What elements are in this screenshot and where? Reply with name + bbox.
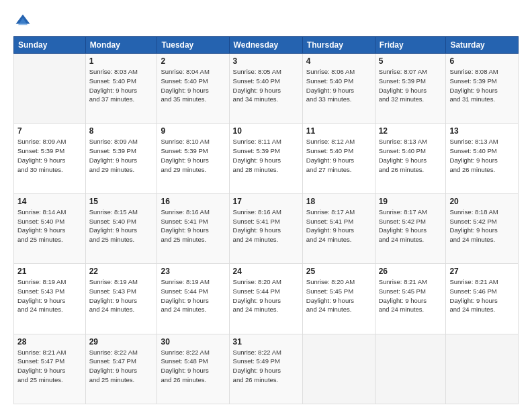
calendar-cell: 13Sunrise: 8:13 AM Sunset: 5:40 PM Dayli… <box>446 124 519 193</box>
calendar-cell <box>375 334 446 404</box>
day-info: Sunrise: 8:05 AM Sunset: 5:40 PM Dayligh… <box>233 67 299 104</box>
day-number: 28 <box>17 337 82 347</box>
calendar-cell <box>302 334 375 404</box>
weekday-header-monday: Monday <box>85 37 157 54</box>
calendar-cell: 27Sunrise: 8:21 AM Sunset: 5:46 PM Dayli… <box>446 264 519 334</box>
day-info: Sunrise: 8:13 AM Sunset: 5:40 PM Dayligh… <box>379 137 443 174</box>
calendar-cell: 3Sunrise: 8:05 AM Sunset: 5:40 PM Daylig… <box>229 54 302 124</box>
week-row-2: 7Sunrise: 8:09 AM Sunset: 5:39 PM Daylig… <box>14 124 519 193</box>
weekday-header-thursday: Thursday <box>302 37 375 54</box>
header <box>13 12 519 31</box>
day-info: Sunrise: 8:21 AM Sunset: 5:45 PM Dayligh… <box>379 277 443 314</box>
weekday-header-saturday: Saturday <box>446 37 519 54</box>
day-number: 2 <box>161 56 225 66</box>
calendar-cell: 20Sunrise: 8:18 AM Sunset: 5:42 PM Dayli… <box>446 193 519 263</box>
calendar-cell: 29Sunrise: 8:22 AM Sunset: 5:47 PM Dayli… <box>85 334 157 404</box>
calendar-cell: 2Sunrise: 8:04 AM Sunset: 5:40 PM Daylig… <box>157 54 229 124</box>
page: SundayMondayTuesdayWednesdayThursdayFrid… <box>0 0 532 411</box>
day-info: Sunrise: 8:09 AM Sunset: 5:39 PM Dayligh… <box>17 137 82 174</box>
day-info: Sunrise: 8:20 AM Sunset: 5:44 PM Dayligh… <box>233 277 299 314</box>
calendar-cell: 25Sunrise: 8:20 AM Sunset: 5:45 PM Dayli… <box>302 264 375 334</box>
calendar-cell: 8Sunrise: 8:09 AM Sunset: 5:39 PM Daylig… <box>85 124 157 193</box>
day-number: 21 <box>17 267 82 276</box>
day-info: Sunrise: 8:03 AM Sunset: 5:40 PM Dayligh… <box>89 67 154 104</box>
day-number: 17 <box>233 197 299 206</box>
day-info: Sunrise: 8:17 AM Sunset: 5:41 PM Dayligh… <box>306 208 371 244</box>
calendar-cell <box>446 334 519 404</box>
calendar-cell: 7Sunrise: 8:09 AM Sunset: 5:39 PM Daylig… <box>14 124 86 193</box>
weekday-header-tuesday: Tuesday <box>157 37 229 54</box>
day-number: 23 <box>161 267 225 276</box>
weekday-header-friday: Friday <box>375 37 446 54</box>
day-number: 12 <box>379 126 443 136</box>
day-number: 11 <box>306 126 371 136</box>
day-info: Sunrise: 8:22 AM Sunset: 5:47 PM Dayligh… <box>89 348 154 385</box>
day-info: Sunrise: 8:17 AM Sunset: 5:42 PM Dayligh… <box>379 208 443 244</box>
week-row-4: 21Sunrise: 8:19 AM Sunset: 5:43 PM Dayli… <box>14 264 519 334</box>
calendar-cell: 23Sunrise: 8:19 AM Sunset: 5:44 PM Dayli… <box>157 264 229 334</box>
day-info: Sunrise: 8:07 AM Sunset: 5:39 PM Dayligh… <box>379 67 443 104</box>
calendar-cell: 10Sunrise: 8:11 AM Sunset: 5:39 PM Dayli… <box>229 124 302 193</box>
day-info: Sunrise: 8:22 AM Sunset: 5:49 PM Dayligh… <box>233 348 299 385</box>
calendar-cell: 26Sunrise: 8:21 AM Sunset: 5:45 PM Dayli… <box>375 264 446 334</box>
day-info: Sunrise: 8:16 AM Sunset: 5:41 PM Dayligh… <box>233 208 299 244</box>
day-number: 30 <box>161 337 225 347</box>
calendar-cell: 4Sunrise: 8:06 AM Sunset: 5:40 PM Daylig… <box>302 54 375 124</box>
day-number: 24 <box>233 267 299 276</box>
day-number: 7 <box>17 126 82 136</box>
day-info: Sunrise: 8:11 AM Sunset: 5:39 PM Dayligh… <box>233 137 299 174</box>
calendar-cell: 11Sunrise: 8:12 AM Sunset: 5:40 PM Dayli… <box>302 124 375 193</box>
day-info: Sunrise: 8:06 AM Sunset: 5:40 PM Dayligh… <box>306 67 371 104</box>
week-row-1: 1Sunrise: 8:03 AM Sunset: 5:40 PM Daylig… <box>14 54 519 124</box>
calendar-cell: 1Sunrise: 8:03 AM Sunset: 5:40 PM Daylig… <box>85 54 157 124</box>
day-info: Sunrise: 8:12 AM Sunset: 5:40 PM Dayligh… <box>306 137 371 174</box>
day-info: Sunrise: 8:21 AM Sunset: 5:47 PM Dayligh… <box>17 348 82 385</box>
day-number: 5 <box>379 56 443 66</box>
day-number: 27 <box>449 267 515 276</box>
logo <box>13 12 35 31</box>
day-info: Sunrise: 8:08 AM Sunset: 5:39 PM Dayligh… <box>449 67 515 104</box>
day-number: 6 <box>449 56 515 66</box>
day-info: Sunrise: 8:16 AM Sunset: 5:41 PM Dayligh… <box>161 208 225 244</box>
day-number: 29 <box>89 337 154 347</box>
day-number: 4 <box>306 56 371 66</box>
day-info: Sunrise: 8:10 AM Sunset: 5:39 PM Dayligh… <box>161 137 225 174</box>
day-info: Sunrise: 8:19 AM Sunset: 5:43 PM Dayligh… <box>17 277 82 314</box>
day-info: Sunrise: 8:21 AM Sunset: 5:46 PM Dayligh… <box>449 277 515 314</box>
calendar-cell: 19Sunrise: 8:17 AM Sunset: 5:42 PM Dayli… <box>375 193 446 263</box>
day-info: Sunrise: 8:20 AM Sunset: 5:45 PM Dayligh… <box>306 277 371 314</box>
logo-icon <box>13 12 32 31</box>
day-info: Sunrise: 8:13 AM Sunset: 5:40 PM Dayligh… <box>449 137 515 174</box>
day-info: Sunrise: 8:09 AM Sunset: 5:39 PM Dayligh… <box>89 137 154 174</box>
calendar-cell: 6Sunrise: 8:08 AM Sunset: 5:39 PM Daylig… <box>446 54 519 124</box>
calendar-cell: 15Sunrise: 8:15 AM Sunset: 5:40 PM Dayli… <box>85 193 157 263</box>
weekday-header-row: SundayMondayTuesdayWednesdayThursdayFrid… <box>14 37 519 54</box>
day-number: 13 <box>449 126 515 136</box>
day-info: Sunrise: 8:19 AM Sunset: 5:44 PM Dayligh… <box>161 277 225 314</box>
day-number: 3 <box>233 56 299 66</box>
day-number: 20 <box>449 197 515 206</box>
calendar: SundayMondayTuesdayWednesdayThursdayFrid… <box>13 36 519 404</box>
calendar-cell: 18Sunrise: 8:17 AM Sunset: 5:41 PM Dayli… <box>302 193 375 263</box>
day-number: 14 <box>17 197 82 206</box>
calendar-cell: 5Sunrise: 8:07 AM Sunset: 5:39 PM Daylig… <box>375 54 446 124</box>
calendar-cell: 22Sunrise: 8:19 AM Sunset: 5:43 PM Dayli… <box>85 264 157 334</box>
day-number: 16 <box>161 197 225 206</box>
day-info: Sunrise: 8:19 AM Sunset: 5:43 PM Dayligh… <box>89 277 154 314</box>
day-number: 25 <box>306 267 371 276</box>
day-info: Sunrise: 8:15 AM Sunset: 5:40 PM Dayligh… <box>89 208 154 244</box>
calendar-cell: 28Sunrise: 8:21 AM Sunset: 5:47 PM Dayli… <box>14 334 86 404</box>
weekday-header-wednesday: Wednesday <box>229 37 302 54</box>
week-row-5: 28Sunrise: 8:21 AM Sunset: 5:47 PM Dayli… <box>14 334 519 404</box>
calendar-cell: 14Sunrise: 8:14 AM Sunset: 5:40 PM Dayli… <box>14 193 86 263</box>
day-number: 8 <box>89 126 154 136</box>
day-number: 18 <box>306 197 371 206</box>
day-number: 9 <box>161 126 225 136</box>
calendar-cell <box>14 54 86 124</box>
week-row-3: 14Sunrise: 8:14 AM Sunset: 5:40 PM Dayli… <box>14 193 519 263</box>
calendar-cell: 30Sunrise: 8:22 AM Sunset: 5:48 PM Dayli… <box>157 334 229 404</box>
calendar-cell: 17Sunrise: 8:16 AM Sunset: 5:41 PM Dayli… <box>229 193 302 263</box>
calendar-cell: 16Sunrise: 8:16 AM Sunset: 5:41 PM Dayli… <box>157 193 229 263</box>
calendar-cell: 31Sunrise: 8:22 AM Sunset: 5:49 PM Dayli… <box>229 334 302 404</box>
day-info: Sunrise: 8:18 AM Sunset: 5:42 PM Dayligh… <box>449 208 515 244</box>
